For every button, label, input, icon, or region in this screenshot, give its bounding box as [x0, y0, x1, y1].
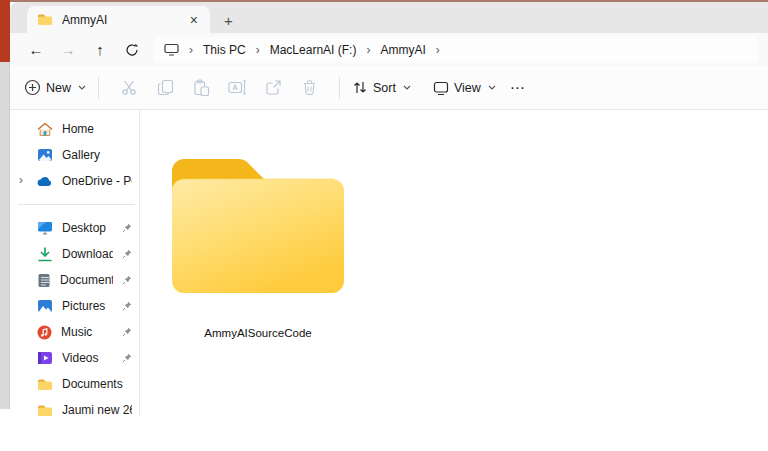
back-icon[interactable]: ← [20, 37, 52, 63]
file-list-area[interactable]: AmmyAISourceCode [140, 110, 768, 417]
copy-icon [147, 72, 183, 104]
rename-icon [219, 72, 255, 104]
chevron-down-icon [488, 85, 496, 90]
navigation-pane: Home Gallery › [10, 110, 140, 417]
sidebar-item-label: Pictures [62, 299, 113, 313]
explorer-tab[interactable]: AmmyAI × [27, 6, 210, 33]
breadcrumb-chevron-icon: › [186, 43, 196, 57]
breadcrumb-chevron-icon: › [363, 43, 373, 57]
sidebar-item-gallery[interactable]: Gallery [10, 142, 139, 168]
address-bar[interactable]: › This PC › MacLearnAI (F:) › AmmyAI › [154, 37, 758, 63]
breadcrumb-chevron-icon: › [433, 43, 443, 57]
file-item-folder[interactable]: AmmyAISourceCode [166, 141, 350, 339]
pin-icon [122, 223, 132, 233]
sidebar-item-videos[interactable]: Videos [10, 345, 139, 371]
share-icon [255, 72, 291, 104]
view-button-label: View [454, 81, 481, 95]
tab-bar: AmmyAI × + [10, 2, 768, 33]
new-button[interactable]: New [24, 79, 86, 96]
sidebar-item-desktop[interactable]: Desktop [10, 215, 139, 241]
file-explorer-window: AmmyAI × + ← → ↑ [10, 2, 768, 417]
sidebar-item-clipped-folder[interactable]: Jaumi new 26 [10, 397, 139, 417]
breadcrumb-current-folder[interactable]: AmmyAI [380, 43, 425, 57]
new-tab-button[interactable]: + [224, 13, 233, 28]
new-button-label: New [46, 81, 71, 95]
pin-icon [122, 353, 132, 363]
pin-icon [122, 275, 132, 285]
sidebar-item-label: Jaumi new 26 [62, 403, 132, 417]
sidebar-item-label: Videos [62, 351, 113, 365]
toolbar-divider [339, 77, 340, 99]
downloads-icon [37, 247, 53, 262]
home-icon [37, 122, 53, 137]
folder-icon [37, 404, 53, 417]
sidebar-item-label: Desktop [62, 221, 113, 235]
delete-icon [291, 72, 327, 104]
pin-icon [122, 301, 132, 311]
toolbar-divider [98, 77, 99, 99]
background-window-edge-gray [0, 62, 10, 409]
cut-icon [111, 72, 147, 104]
screen: AmmyAI × + ← → ↑ [0, 0, 768, 451]
sidebar-item-label: OneDrive - Persona [62, 174, 132, 188]
sidebar-item-label: Music [61, 325, 113, 339]
chevron-right-icon[interactable]: › [19, 173, 23, 187]
sidebar-item-label: Home [62, 122, 132, 136]
videos-icon [37, 351, 53, 365]
sidebar-item-pictures[interactable]: Pictures [10, 293, 139, 319]
breadcrumb-chevron-icon: › [253, 43, 263, 57]
documents-icon [37, 273, 51, 288]
music-icon [37, 325, 52, 340]
view-button[interactable]: View [433, 81, 496, 95]
sidebar-item-label: Downloads [62, 247, 113, 261]
sidebar-item-downloads[interactable]: Downloads [10, 241, 139, 267]
sort-button-label: Sort [373, 81, 396, 95]
gallery-icon [37, 148, 53, 162]
pin-icon [122, 327, 132, 337]
folder-icon [37, 378, 53, 391]
sidebar-item-onedrive[interactable]: › OneDrive - Persona [10, 168, 139, 194]
paste-icon [183, 72, 219, 104]
up-icon[interactable]: ↑ [84, 37, 116, 63]
breadcrumb-drive[interactable]: MacLearnAI (F:) [270, 43, 357, 57]
breadcrumb-this-pc[interactable]: This PC [203, 43, 246, 57]
large-folder-icon [166, 141, 350, 299]
this-pc-icon [164, 43, 179, 56]
chevron-down-icon [78, 85, 86, 90]
file-item-name: AmmyAISourceCode [166, 327, 350, 339]
command-bar: New [10, 66, 768, 110]
sidebar-item-label: Gallery [62, 148, 132, 162]
chevron-down-icon [403, 85, 411, 90]
sidebar-item-documents-folder[interactable]: Documents [10, 371, 139, 397]
pictures-icon [37, 299, 53, 313]
refresh-icon[interactable] [116, 37, 148, 63]
tab-close-icon[interactable]: × [188, 13, 200, 27]
view-layout-icon [433, 81, 449, 95]
onedrive-icon [37, 176, 53, 187]
sidebar-item-documents[interactable]: Documents [10, 267, 139, 293]
sidebar-item-music[interactable]: Music [10, 319, 139, 345]
explorer-body: Home Gallery › [10, 110, 768, 417]
plus-circle-icon [24, 79, 41, 96]
navigation-bar: ← → ↑ › This PC › MacLearnAI [10, 33, 768, 66]
more-options-button[interactable]: ⋯ [510, 79, 526, 97]
sidebar-item-label: Documents [62, 377, 132, 391]
sidebar-item-label: Documents [60, 273, 113, 287]
tab-title: AmmyAI [62, 13, 179, 27]
folder-icon [37, 13, 53, 26]
desktop-icon [37, 221, 53, 235]
sort-arrows-icon [352, 80, 368, 95]
forward-icon: → [52, 37, 84, 63]
sidebar-item-home[interactable]: Home [10, 116, 139, 142]
background-window-edge-red [0, 0, 10, 62]
pin-icon [122, 249, 132, 259]
sort-button[interactable]: Sort [352, 80, 411, 95]
sidebar-divider [18, 204, 135, 205]
